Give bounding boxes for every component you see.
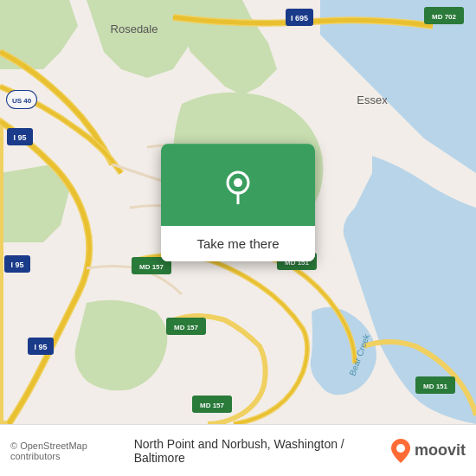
svg-text:Essex: Essex: [357, 93, 388, 106]
popup-icon-area: [161, 144, 315, 226]
svg-point-30: [234, 178, 242, 187]
location-name: North Point and Norbush, Washington / Ba…: [134, 437, 383, 465]
svg-text:MD 157: MD 157: [200, 402, 225, 409]
svg-text:Rosedale: Rosedale: [111, 23, 158, 35]
svg-text:I 95: I 95: [34, 343, 47, 351]
copyright-text: © OpenStreetMap contributors: [10, 441, 134, 461]
svg-text:I 95: I 95: [13, 133, 26, 142]
location-pin-icon: [219, 166, 257, 204]
location-info: North Point and Norbush, Washington / Ba…: [134, 437, 466, 465]
bottom-bar: © OpenStreetMap contributors North Point…: [0, 424, 476, 476]
popup-card: Take me there: [161, 144, 315, 261]
svg-text:MD 702: MD 702: [432, 13, 457, 21]
moovit-text: moovit: [415, 441, 466, 460]
svg-point-31: [396, 444, 405, 453]
svg-text:I 95: I 95: [10, 261, 23, 269]
svg-text:MD 157: MD 157: [174, 324, 199, 331]
take-me-there-button[interactable]: Take me there: [161, 226, 315, 261]
svg-text:MD 151: MD 151: [423, 383, 448, 390]
svg-text:US 40: US 40: [12, 97, 32, 105]
moovit-logo: moovit: [390, 439, 466, 463]
svg-text:I 695: I 695: [291, 14, 308, 23]
moovit-pin-icon: [390, 439, 411, 463]
map-container[interactable]: I 95 I 95 I 95 US 40 I 695 MD 702 MD 157…: [0, 0, 476, 424]
svg-text:MD 157: MD 157: [139, 263, 164, 271]
